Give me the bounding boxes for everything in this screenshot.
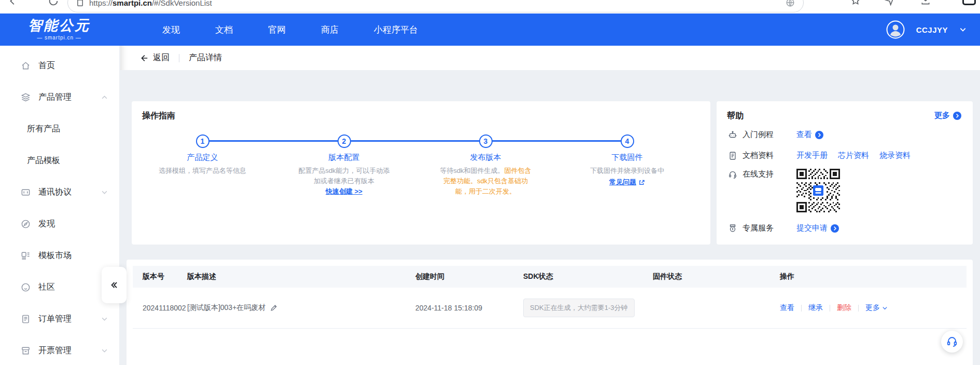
quick-create-link[interactable]: 快速创建 >> — [326, 187, 362, 195]
help-more-link[interactable]: 更多 — [934, 111, 961, 120]
top-nav: 发现 文档 官网 商店 小程序平台 — [145, 24, 436, 36]
faq-link[interactable]: 常见问题 — [609, 177, 645, 187]
sdk-status-badge: SDK正在生成，大约需要1-3分钟 — [523, 299, 635, 317]
back-button[interactable]: 返回 — [139, 52, 170, 63]
nav-discover[interactable]: 发现 — [145, 24, 198, 36]
page: https://smartpi.cn/#/SdkVersionList 智能公元… — [0, 0, 980, 365]
address-bar[interactable]: https://smartpi.cn/#/SdkVersionList — [67, 0, 804, 12]
chevron-down-icon[interactable] — [101, 316, 108, 322]
url-text: https://smartpi.cn/#/SdkVersionList — [89, 0, 212, 7]
guide-stepper: 1 产品定义 选择模组，填写产品名等信息 2 版本配置 配置产品sdk能力，可以… — [132, 134, 710, 197]
avatar[interactable] — [886, 20, 905, 39]
sidebar-item-label: 首页 — [38, 60, 55, 71]
step-title[interactable]: 发布版本 — [470, 153, 501, 163]
nav-official-site[interactable]: 官网 — [250, 24, 303, 36]
document-icon — [728, 151, 737, 160]
dev-manual-link[interactable]: 开发手册 — [796, 151, 828, 160]
sidebar-item-label: 订单管理 — [38, 314, 72, 325]
sidebar-item-order-management[interactable]: 订单管理 — [0, 303, 119, 335]
help-row-label: 文档资料 — [728, 151, 796, 160]
view-link[interactable]: 查看 — [796, 130, 823, 140]
translate-icon[interactable] — [786, 0, 795, 7]
home-icon — [21, 61, 31, 71]
chevron-down-icon[interactable] — [101, 189, 108, 196]
sidebar-item-home[interactable]: 首页 — [0, 50, 119, 82]
col-sdk-status: SDK状态 — [523, 272, 653, 281]
step-description: 等待sdk和固件生成。固件包含完整功能。sdk只包含基础功能，用于二次开发。 — [440, 166, 532, 197]
help-row-label: 在线支持 — [728, 169, 796, 179]
sidebar: 首页 产品管理 所有产品 产品模板 通讯协议 发现 模板市场 社区 — [0, 46, 120, 365]
external-link-icon — [638, 179, 645, 186]
download-icon[interactable] — [920, 0, 931, 8]
step-title[interactable]: 下载固件 — [612, 153, 643, 163]
community-icon — [21, 282, 31, 293]
arrow-circle-icon — [815, 131, 823, 139]
logo-subtitle: — smartpi.cn — — [23, 35, 95, 40]
help-row-online-support: 在线支持 — [728, 169, 796, 179]
step-title[interactable]: 产品定义 — [187, 153, 218, 163]
template-market-icon — [21, 251, 31, 261]
col-description: 版本描述 — [187, 272, 415, 281]
sidebar-item-communication-protocol[interactable]: 通讯协议 — [0, 177, 119, 208]
username[interactable]: CCJJYY — [916, 25, 948, 34]
sidebar-item-discover[interactable]: 发现 — [0, 208, 119, 240]
sidebar-item-label: 产品管理 — [38, 92, 72, 103]
arrow-circle-icon — [831, 224, 839, 233]
nav-docs[interactable]: 文档 — [198, 24, 250, 36]
sidebar-item-label: 通讯协议 — [38, 187, 72, 198]
app-header: 智能公元 — smartpi.cn — 发现 文档 官网 商店 小程序平台 CC… — [0, 13, 980, 46]
burn-docs-link[interactable]: 烧录资料 — [879, 151, 911, 160]
view-action[interactable]: 查看 — [780, 303, 801, 313]
help-row-label: 入门例程 — [728, 130, 796, 140]
nav-miniprogram-platform[interactable]: 小程序平台 — [356, 24, 436, 36]
step-title[interactable]: 版本配置 — [329, 153, 360, 163]
nav-store[interactable]: 商店 — [303, 24, 356, 36]
sidebar-item-all-products[interactable]: 所有产品 — [0, 113, 119, 145]
arrow-left-icon — [139, 53, 148, 63]
order-icon — [21, 314, 31, 325]
step-number: 1 — [196, 134, 209, 148]
inherit-action[interactable]: 继承 — [802, 303, 830, 313]
step-number: 4 — [621, 134, 634, 148]
browser-reload-icon[interactable] — [48, 0, 59, 9]
sidebar-collapse-handle[interactable] — [102, 267, 127, 303]
browser-chrome: https://smartpi.cn/#/SdkVersionList — [0, 0, 980, 13]
sidebar-item-template-market[interactable]: 模板市场 — [0, 240, 119, 272]
user-chevron-down-icon[interactable] — [959, 26, 967, 33]
page-info-icon[interactable] — [76, 0, 84, 7]
sidebar-item-label: 所有产品 — [27, 124, 60, 134]
versions-table-panel: 版本号 版本描述 创建时间 SDK状态 固件状态 操作 20241118002 … — [127, 260, 973, 365]
headset-icon — [946, 335, 958, 348]
description-cell: [测试版本]003+在吗废材 — [187, 303, 415, 313]
medal-icon — [728, 224, 737, 233]
support-qr-code — [796, 169, 840, 212]
sidebar-item-product-templates[interactable]: 产品模板 — [0, 145, 119, 177]
customer-service-button[interactable] — [941, 331, 963, 353]
sidebar-item-invoice-management[interactable]: 开票管理 — [0, 335, 119, 365]
help-title: 帮助 — [727, 111, 744, 121]
submit-application-link[interactable]: 提交申请 — [796, 223, 839, 233]
table-row: 20241118002 [测试版本]003+在吗废材 2024-11-18 15… — [133, 288, 967, 329]
browser-back-icon[interactable] — [7, 0, 19, 9]
col-created-at: 创建时间 — [415, 272, 523, 281]
chevron-down-icon[interactable] — [101, 347, 108, 354]
operation-guide-panel: 操作指南 1 产品定义 选择模组，填写产品名等信息 2 — [132, 101, 710, 245]
browser-profile-icon[interactable] — [962, 0, 976, 5]
invoice-icon — [21, 346, 31, 356]
step-number: 2 — [338, 134, 351, 148]
edit-description-icon[interactable] — [270, 304, 277, 312]
logo[interactable]: 智能公元 — smartpi.cn — — [23, 19, 95, 40]
bookmark-star-icon[interactable] — [850, 0, 861, 8]
step-download-firmware: 4 下载固件 下载固件并烧录到设备中 常见问题 — [556, 134, 698, 197]
more-action[interactable]: 更多 — [859, 303, 894, 313]
chip-docs-link[interactable]: 芯片资料 — [838, 151, 869, 160]
logo-title: 智能公元 — [23, 19, 95, 33]
delete-action[interactable]: 删除 — [830, 303, 858, 313]
send-icon[interactable] — [885, 0, 895, 8]
help-row-examples: 入门例程 查看 — [728, 130, 823, 140]
chevron-up-icon[interactable] — [101, 94, 108, 101]
help-row-label: 专属服务 — [728, 223, 796, 233]
arrow-circle-icon — [953, 112, 961, 120]
sidebar-item-label: 模板市场 — [38, 250, 72, 261]
sidebar-item-product-management[interactable]: 产品管理 — [0, 82, 119, 113]
